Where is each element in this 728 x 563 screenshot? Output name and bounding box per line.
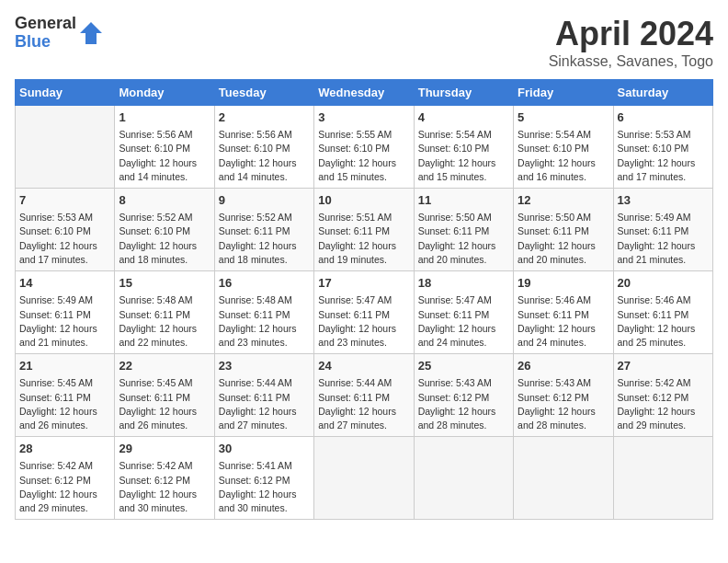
day-info: Sunrise: 5:46 AM Sunset: 6:11 PM Dayligh… [518,293,609,350]
calendar-cell: 22Sunrise: 5:45 AM Sunset: 6:11 PM Dayli… [115,354,214,437]
calendar-cell: 30Sunrise: 5:41 AM Sunset: 6:12 PM Dayli… [214,437,313,520]
day-number: 24 [318,358,409,374]
calendar-col-thursday: Thursday [414,80,513,106]
day-number: 13 [618,192,709,209]
calendar-cell: 20Sunrise: 5:46 AM Sunset: 6:11 PM Dayli… [613,271,712,354]
day-number: 5 [518,109,609,126]
day-number: 18 [418,275,509,292]
day-number: 23 [219,358,310,374]
calendar-cell: 7Sunrise: 5:53 AM Sunset: 6:10 PM Daylig… [16,189,115,271]
calendar-week-row: 28Sunrise: 5:42 AM Sunset: 6:12 PM Dayli… [16,437,713,520]
calendar-col-sunday: Sunday [16,80,115,106]
calendar-header-row: SundayMondayTuesdayWednesdayThursdayFrid… [16,80,713,106]
day-info: Sunrise: 5:43 AM Sunset: 6:12 PM Dayligh… [418,376,509,432]
day-number: 3 [318,109,409,126]
calendar-cell: 5Sunrise: 5:54 AM Sunset: 6:10 PM Daylig… [514,106,613,189]
calendar-cell: 12Sunrise: 5:50 AM Sunset: 6:11 PM Dayli… [514,189,613,271]
calendar-col-wednesday: Wednesday [314,80,414,106]
day-info: Sunrise: 5:51 AM Sunset: 6:11 PM Dayligh… [318,211,409,267]
day-number: 19 [518,275,609,292]
day-info: Sunrise: 5:49 AM Sunset: 6:11 PM Dayligh… [19,293,110,350]
subtitle: Sinkasse, Savanes, Togo [549,53,713,70]
day-number: 12 [518,192,609,209]
page-header: General Blue April 2024 Sinkasse, Savane… [15,15,713,70]
calendar-table: SundayMondayTuesdayWednesdayThursdayFrid… [15,79,713,520]
day-info: Sunrise: 5:47 AM Sunset: 6:11 PM Dayligh… [418,293,509,350]
day-number: 10 [318,192,409,209]
calendar-cell: 29Sunrise: 5:42 AM Sunset: 6:12 PM Dayli… [115,437,214,520]
calendar-cell: 11Sunrise: 5:50 AM Sunset: 6:11 PM Dayli… [414,189,513,271]
day-info: Sunrise: 5:55 AM Sunset: 6:10 PM Dayligh… [318,128,409,184]
day-info: Sunrise: 5:48 AM Sunset: 6:11 PM Dayligh… [219,293,310,350]
calendar-cell [16,106,115,189]
calendar-week-row: 14Sunrise: 5:49 AM Sunset: 6:11 PM Dayli… [16,271,713,354]
logo-general: General [15,15,76,33]
day-info: Sunrise: 5:42 AM Sunset: 6:12 PM Dayligh… [618,376,709,432]
day-info: Sunrise: 5:56 AM Sunset: 6:10 PM Dayligh… [219,128,310,184]
day-info: Sunrise: 5:44 AM Sunset: 6:11 PM Dayligh… [219,376,310,432]
calendar-cell: 25Sunrise: 5:43 AM Sunset: 6:12 PM Dayli… [414,354,513,437]
day-info: Sunrise: 5:42 AM Sunset: 6:12 PM Dayligh… [119,459,210,515]
day-info: Sunrise: 5:52 AM Sunset: 6:10 PM Dayligh… [119,211,210,267]
day-info: Sunrise: 5:49 AM Sunset: 6:11 PM Dayligh… [618,211,709,267]
day-number: 29 [119,441,210,457]
calendar-cell: 9Sunrise: 5:52 AM Sunset: 6:11 PM Daylig… [214,189,313,271]
calendar-cell [514,437,613,520]
calendar-col-tuesday: Tuesday [214,80,313,106]
calendar-cell: 14Sunrise: 5:49 AM Sunset: 6:11 PM Dayli… [16,271,115,354]
day-number: 15 [119,275,210,292]
day-info: Sunrise: 5:46 AM Sunset: 6:11 PM Dayligh… [618,293,709,350]
logo-icon [78,20,104,46]
day-number: 20 [618,275,709,292]
day-info: Sunrise: 5:56 AM Sunset: 6:10 PM Dayligh… [119,128,210,184]
day-number: 26 [518,358,609,374]
calendar-col-saturday: Saturday [613,80,712,106]
day-info: Sunrise: 5:54 AM Sunset: 6:10 PM Dayligh… [518,128,609,184]
calendar-cell: 17Sunrise: 5:47 AM Sunset: 6:11 PM Dayli… [314,271,414,354]
day-info: Sunrise: 5:53 AM Sunset: 6:10 PM Dayligh… [618,128,709,184]
calendar-cell [314,437,414,520]
day-number: 25 [418,358,509,374]
calendar-cell: 8Sunrise: 5:52 AM Sunset: 6:10 PM Daylig… [115,189,214,271]
calendar-week-row: 21Sunrise: 5:45 AM Sunset: 6:11 PM Dayli… [16,354,713,437]
day-number: 17 [318,275,409,292]
day-number: 14 [19,275,110,292]
logo: General Blue [15,15,104,52]
main-title: April 2024 [549,15,713,53]
calendar-cell: 24Sunrise: 5:44 AM Sunset: 6:11 PM Dayli… [314,354,414,437]
calendar-week-row: 7Sunrise: 5:53 AM Sunset: 6:10 PM Daylig… [16,189,713,271]
day-info: Sunrise: 5:43 AM Sunset: 6:12 PM Dayligh… [518,376,609,432]
calendar-cell [414,437,513,520]
calendar-cell: 19Sunrise: 5:46 AM Sunset: 6:11 PM Dayli… [514,271,613,354]
day-number: 1 [119,109,210,126]
calendar-cell: 16Sunrise: 5:48 AM Sunset: 6:11 PM Dayli… [214,271,313,354]
calendar-cell: 18Sunrise: 5:47 AM Sunset: 6:11 PM Dayli… [414,271,513,354]
day-number: 16 [219,275,310,292]
calendar-cell: 2Sunrise: 5:56 AM Sunset: 6:10 PM Daylig… [214,106,313,189]
day-info: Sunrise: 5:47 AM Sunset: 6:11 PM Dayligh… [318,293,409,350]
calendar-cell: 15Sunrise: 5:48 AM Sunset: 6:11 PM Dayli… [115,271,214,354]
day-info: Sunrise: 5:44 AM Sunset: 6:11 PM Dayligh… [318,376,409,432]
calendar-cell: 1Sunrise: 5:56 AM Sunset: 6:10 PM Daylig… [115,106,214,189]
day-info: Sunrise: 5:42 AM Sunset: 6:12 PM Dayligh… [19,459,110,515]
calendar-cell: 10Sunrise: 5:51 AM Sunset: 6:11 PM Dayli… [314,189,414,271]
day-number: 6 [618,109,709,126]
day-number: 4 [418,109,509,126]
day-number: 8 [119,192,210,209]
calendar-cell: 28Sunrise: 5:42 AM Sunset: 6:12 PM Dayli… [16,437,115,520]
calendar-cell: 27Sunrise: 5:42 AM Sunset: 6:12 PM Dayli… [613,354,712,437]
day-number: 28 [19,441,110,457]
day-info: Sunrise: 5:41 AM Sunset: 6:12 PM Dayligh… [219,459,310,515]
logo-blue: Blue [15,33,76,52]
day-number: 11 [418,192,509,209]
calendar-cell: 26Sunrise: 5:43 AM Sunset: 6:12 PM Dayli… [514,354,613,437]
day-number: 21 [19,358,110,374]
day-info: Sunrise: 5:45 AM Sunset: 6:11 PM Dayligh… [119,376,210,432]
day-info: Sunrise: 5:52 AM Sunset: 6:11 PM Dayligh… [219,211,310,267]
calendar-cell: 6Sunrise: 5:53 AM Sunset: 6:10 PM Daylig… [613,106,712,189]
calendar-week-row: 1Sunrise: 5:56 AM Sunset: 6:10 PM Daylig… [16,106,713,189]
day-number: 2 [219,109,310,126]
day-info: Sunrise: 5:54 AM Sunset: 6:10 PM Dayligh… [418,128,509,184]
calendar-cell: 13Sunrise: 5:49 AM Sunset: 6:11 PM Dayli… [613,189,712,271]
day-info: Sunrise: 5:50 AM Sunset: 6:11 PM Dayligh… [518,211,609,267]
